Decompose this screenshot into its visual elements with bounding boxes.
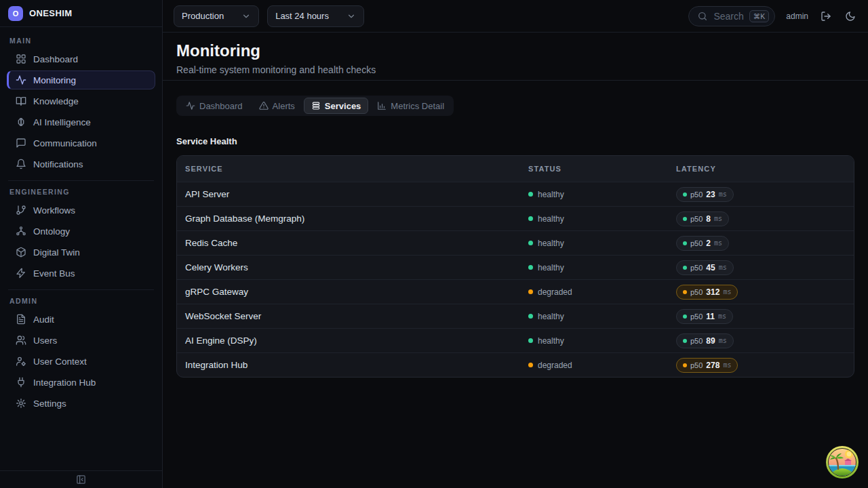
status-dot-healthy (528, 216, 533, 221)
sidebar-item-label: Notifications (33, 159, 83, 169)
latency-status-dot (683, 241, 687, 245)
column-header-service: SERVICE (185, 165, 528, 173)
tab-label: Dashboard (199, 101, 243, 111)
table-row-websocket-server[interactable]: WebSocket Serverhealthyp5011ms (177, 304, 854, 328)
latency-unit: ms (719, 337, 727, 344)
status-cell: healthy (528, 336, 676, 346)
sidebar-item-label: AI Intelligence (33, 117, 91, 127)
status-label: degraded (538, 287, 572, 297)
latency-value: 11 (706, 312, 715, 321)
sidebar-item-label: Users (33, 336, 57, 346)
environment-select-value: Production (182, 11, 224, 21)
alert-triangle-icon (259, 101, 269, 110)
table-row-graph-database-memgraph[interactable]: Graph Database (Memgraph)healthyp508ms (177, 206, 854, 230)
time-range-select[interactable]: Last 24 hours (267, 5, 364, 27)
sidebar-nav: MAINDashboardMonitoringKnowledgeAI Intel… (0, 27, 162, 470)
sidebar-item-label: Knowledge (33, 96, 79, 106)
user-context-icon (16, 356, 26, 367)
sidebar-item-digital-twin[interactable]: Digital Twin (7, 243, 155, 262)
tab-dashboard[interactable]: Dashboard (178, 98, 250, 114)
sidebar-item-knowledge[interactable]: Knowledge (7, 92, 155, 110)
latency-percentile-label: p50 (690, 288, 703, 296)
server-stack-icon (311, 101, 321, 110)
sidebar-item-monitoring[interactable]: Monitoring (7, 70, 155, 89)
sidebar-item-communication[interactable]: Communication (7, 134, 155, 152)
sidebar-item-label: Settings (33, 399, 66, 409)
latency-cell: p50312ms (676, 285, 846, 300)
tab-services[interactable]: Services (304, 98, 369, 114)
table-row-celery-workers[interactable]: Celery Workershealthyp5045ms (177, 255, 854, 279)
sidebar-item-settings[interactable]: Settings (7, 394, 155, 413)
sidebar-item-workflows[interactable]: Workflows (7, 201, 155, 220)
sidebar-item-label: User Context (33, 357, 87, 367)
status-label: healthy (538, 214, 564, 224)
sidebar-item-ontology[interactable]: Ontology (7, 222, 155, 241)
sidebar-item-user-context[interactable]: User Context (7, 352, 155, 371)
latency-percentile-label: p50 (690, 361, 703, 369)
sidebar-item-label: Ontology (33, 226, 70, 237)
logout-icon (821, 11, 831, 22)
latency-status-dot (683, 266, 687, 270)
service-name: gRPC Gateway (185, 287, 528, 297)
table-row-redis-cache[interactable]: Redis Cachehealthyp502ms (177, 230, 854, 255)
latency-badge: p5011ms (676, 309, 733, 324)
sidebar-item-audit[interactable]: Audit (7, 310, 155, 329)
status-cell: healthy (528, 312, 676, 321)
service-name: Celery Workers (185, 262, 528, 272)
settings-icon (16, 398, 26, 409)
moon-icon (845, 11, 856, 22)
island-widget-button[interactable] (825, 445, 860, 480)
table-row-api-server[interactable]: API Serverhealthyp5023ms (177, 182, 854, 206)
table-row-ai-engine-dspy[interactable]: AI Engine (DSPy)healthyp5089ms (177, 328, 854, 352)
sidebar-section-label-engineering: ENGINEERING (9, 188, 153, 196)
status-label: healthy (538, 239, 564, 248)
table-row-grpc-gateway[interactable]: gRPC Gatewaydegradedp50312ms (177, 279, 854, 304)
latency-value: 89 (706, 336, 715, 346)
logout-button[interactable] (819, 9, 833, 23)
latency-unit: ms (719, 264, 727, 271)
environment-select[interactable]: Production (174, 5, 259, 27)
users-icon (16, 335, 26, 346)
latency-cell: p50278ms (676, 358, 846, 373)
sidebar-item-notifications[interactable]: Notifications (7, 155, 155, 174)
search-placeholder: Search (713, 11, 743, 22)
latency-badge: p502ms (676, 236, 729, 251)
sidebar-collapse-button[interactable] (75, 473, 87, 486)
ai-intelligence-icon (16, 117, 26, 127)
workflows-icon (16, 205, 26, 216)
sidebar-item-event-bus[interactable]: Event Bus (7, 264, 155, 283)
latency-unit: ms (718, 312, 726, 320)
chevron-down-icon (241, 12, 251, 21)
sidebar-item-label: Communication (33, 138, 97, 148)
theme-toggle-button[interactable] (844, 9, 857, 23)
time-range-select-value: Last 24 hours (275, 11, 329, 21)
tab-alerts[interactable]: Alerts (252, 98, 302, 114)
notifications-icon (16, 159, 26, 169)
status-label: healthy (538, 263, 564, 272)
sidebar: O ONESHIM MAINDashboardMonitoringKnowled… (0, 0, 163, 488)
sidebar-item-dashboard[interactable]: Dashboard (7, 49, 155, 68)
sidebar-item-ai-intelligence[interactable]: AI Intelligence (7, 113, 155, 131)
search-shortcut-kbd: ⌘K (749, 10, 770, 22)
sidebar-item-integration-hub[interactable]: Integration Hub (7, 373, 155, 392)
dashboard-icon (16, 54, 26, 64)
monitoring-icon (16, 75, 26, 85)
sidebar-item-label: Workflows (33, 205, 75, 216)
panel-collapse-icon (76, 474, 86, 485)
latency-badge: p5045ms (676, 260, 734, 275)
sidebar-item-users[interactable]: Users (7, 331, 155, 350)
latency-percentile-label: p50 (690, 264, 703, 272)
tab-bar: DashboardAlertsServicesMetrics Detail (176, 96, 454, 116)
latency-percentile-label: p50 (690, 215, 703, 223)
search-input[interactable]: Search ⌘K (688, 6, 775, 26)
column-header-latency: LATENCY (676, 165, 846, 173)
latency-unit: ms (714, 239, 722, 247)
status-cell: healthy (528, 214, 676, 224)
audit-icon (16, 314, 26, 325)
service-name: Redis Cache (185, 238, 528, 248)
status-dot-degraded (528, 289, 533, 294)
table-row-integration-hub[interactable]: Integration Hubdegradedp50278ms (177, 352, 854, 377)
status-cell: degraded (528, 361, 676, 370)
sidebar-section-label-admin: ADMIN (9, 297, 153, 305)
tab-metrics-detail[interactable]: Metrics Detail (370, 98, 452, 114)
